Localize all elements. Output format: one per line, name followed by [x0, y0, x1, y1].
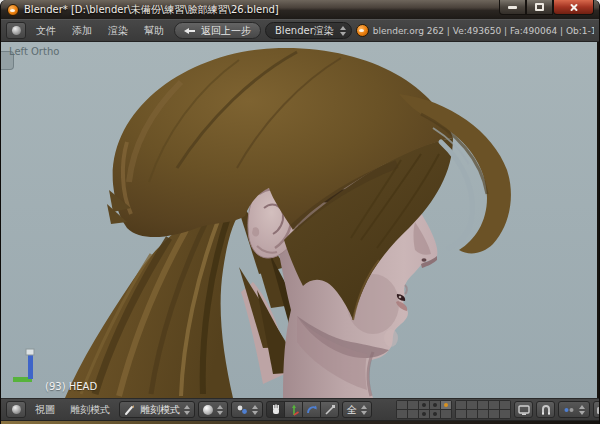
layer-dot	[422, 412, 426, 416]
editor-type-icon	[12, 405, 21, 414]
blender-app-icon	[7, 4, 19, 16]
layer-cell[interactable]	[478, 401, 488, 409]
mode-dropdown[interactable]: 雕刻模式	[119, 401, 195, 418]
layer-cell[interactable]	[430, 401, 440, 409]
manipulator-scale-button[interactable]	[320, 401, 339, 418]
minimize-icon	[508, 6, 517, 9]
back-one-step-label: 返回上一步	[201, 24, 251, 38]
camera-icon	[596, 404, 600, 416]
shading-solid-icon	[203, 405, 213, 415]
layer-cell[interactable]	[467, 401, 477, 409]
manipulator-translate-button[interactable]	[284, 401, 303, 418]
menu-view[interactable]: 視圖	[29, 403, 61, 417]
stepper-icon	[579, 405, 585, 415]
layer-cell[interactable]	[397, 410, 407, 418]
view3d-header: 視圖 雕刻模式 雕刻模式	[1, 398, 599, 421]
editor-type-button-info[interactable]	[6, 22, 26, 39]
editor-type-icon	[12, 26, 21, 35]
transform-orientation-dropdown[interactable]: 全	[342, 401, 372, 418]
hand-icon	[270, 404, 282, 416]
layer-grid-right	[455, 400, 511, 419]
snap-increment-icon	[563, 404, 575, 416]
layer-cell[interactable]	[441, 401, 451, 409]
layer-cell[interactable]	[500, 401, 510, 409]
layer-dot	[433, 412, 437, 416]
active-object-label: (93) HEAD	[45, 381, 97, 392]
stepper-icon	[217, 405, 223, 415]
layer-cell[interactable]	[408, 401, 418, 409]
close-button[interactable]	[553, 0, 594, 15]
blender-window: Blender* [D:\blender\未備份\練習\臉部練習\26.blen…	[0, 0, 600, 424]
head-model-render	[1, 42, 598, 398]
viewport-shading-dropdown[interactable]	[198, 401, 228, 418]
layer-cell[interactable]	[408, 410, 418, 418]
menu-render[interactable]: 渲染	[102, 24, 134, 38]
layer-cell[interactable]	[489, 401, 499, 409]
layer-cell[interactable]	[419, 410, 429, 418]
opengl-render-image-button[interactable]	[593, 401, 600, 418]
menu-file[interactable]: 文件	[30, 24, 62, 38]
screen-lock-icon	[518, 404, 530, 416]
info-header: 文件 添加 渲染 幫助 返回上一步 Blender渲染 blender.org …	[1, 19, 599, 42]
layer-cell[interactable]	[397, 401, 407, 409]
manipulator-buttons	[266, 401, 339, 418]
viewport-3d[interactable]: Left Ortho (93) HEAD	[1, 42, 599, 398]
pivot-icon	[236, 404, 248, 416]
layer-cell[interactable]	[500, 410, 510, 418]
back-arrow-icon	[184, 26, 196, 36]
window-title: Blender* [D:\blender\未備份\練習\臉部練習\26.blen…	[24, 3, 279, 17]
maximize-button[interactable]	[526, 0, 553, 15]
layer-dot	[433, 403, 437, 407]
menu-help[interactable]: 幫助	[138, 24, 170, 38]
brush-icon	[124, 404, 136, 416]
mode-value: 雕刻模式	[140, 403, 180, 417]
minimize-button[interactable]	[499, 0, 526, 15]
layer-cell[interactable]	[456, 410, 466, 418]
layer-cell[interactable]	[467, 410, 477, 418]
snap-toggle-button[interactable]	[536, 401, 555, 418]
render-engine-dropdown[interactable]: Blender渲染	[265, 22, 352, 39]
layer-cell[interactable]	[430, 410, 440, 418]
scene-lock-button[interactable]	[514, 401, 533, 418]
layer-cell[interactable]	[478, 410, 488, 418]
stepper-icon	[340, 26, 346, 36]
snap-element-dropdown[interactable]	[558, 401, 590, 418]
orientation-value: 全	[347, 403, 357, 417]
snap-magnet-icon	[540, 404, 552, 416]
translate-icon	[288, 404, 300, 416]
stepper-icon	[184, 405, 190, 415]
scene-statistics: blender.org 262 | Ve:493650 | Fa:490064 …	[373, 26, 594, 36]
layer-cell[interactable]	[419, 401, 429, 409]
layer-grid-left	[396, 400, 452, 419]
layer-cell[interactable]	[489, 410, 499, 418]
maximize-icon	[535, 3, 544, 11]
render-engine-value: Blender渲染	[275, 24, 334, 38]
titlebar[interactable]: Blender* [D:\blender\未備份\練習\臉部練習\26.blen…	[1, 0, 599, 19]
scale-icon	[324, 404, 336, 416]
layer-dot	[422, 403, 426, 407]
window-controls	[499, 0, 594, 15]
menu-sculpt[interactable]: 雕刻模式	[64, 403, 116, 417]
close-icon	[568, 2, 579, 13]
menu-add[interactable]: 添加	[66, 24, 98, 38]
blender-logo-icon	[356, 24, 369, 37]
view-orientation-label: Left Ortho	[9, 46, 59, 57]
pivot-point-dropdown[interactable]	[231, 401, 263, 418]
rotate-icon	[306, 404, 318, 416]
layer-cell[interactable]	[456, 401, 466, 409]
manipulator-toggle-button[interactable]	[266, 401, 285, 418]
editor-type-button-3dview[interactable]	[6, 401, 26, 418]
stepper-icon	[252, 405, 258, 415]
manipulator-rotate-button[interactable]	[302, 401, 321, 418]
layer-dot	[444, 403, 448, 407]
layer-cell[interactable]	[441, 410, 451, 418]
stepper-icon	[361, 405, 367, 415]
back-one-step-button[interactable]: 返回上一步	[174, 22, 261, 39]
